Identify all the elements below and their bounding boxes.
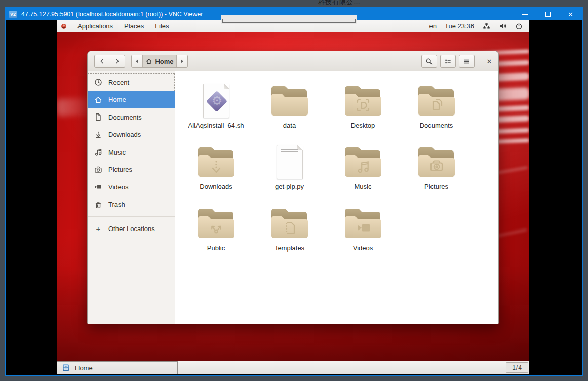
file-item[interactable]: Documents <box>400 78 473 139</box>
sidebar-item-label: Other Locations <box>108 225 155 233</box>
workspace-pager[interactable]: 1/4 <box>506 362 528 373</box>
input-method-indicator[interactable]: en <box>429 22 436 30</box>
background-window-title: 科技有限公… <box>318 0 361 7</box>
home-icon <box>94 96 102 104</box>
search-button[interactable] <box>421 55 437 68</box>
sidebar-item-documents[interactable]: Documents <box>88 108 175 126</box>
distro-icon <box>61 23 67 29</box>
trash-icon <box>94 201 102 209</box>
network-icon[interactable] <box>482 22 490 30</box>
folder-icon <box>270 80 309 121</box>
toolbar-separator <box>479 55 479 67</box>
download-icon <box>94 131 102 139</box>
camera-icon <box>94 166 102 174</box>
sidebar-item-label: Trash <box>108 201 125 208</box>
home-icon <box>145 58 152 65</box>
sidebar-item-label: Videos <box>108 183 129 191</box>
workspace-pager-label: 1/4 <box>512 364 522 371</box>
document-icon <box>94 113 102 121</box>
desktop-wallpaper: Home <box>57 32 529 361</box>
folder-public-icon <box>197 203 236 244</box>
file-item[interactable]: ⚙ AliAqsInstall_64.sh <box>179 78 253 139</box>
sidebar-item-trash[interactable]: Trash <box>88 196 175 214</box>
back-button[interactable] <box>94 55 110 68</box>
path-bar: Home <box>131 55 188 68</box>
file-item[interactable]: Music <box>326 139 400 200</box>
minimize-icon <box>522 14 528 15</box>
back-icon <box>99 58 106 65</box>
file-item[interactable]: get-pip.py <box>253 139 326 200</box>
sidebar-separator <box>88 216 175 217</box>
shell-script-icon: ⚙ <box>203 80 229 121</box>
sidebar-item-recent[interactable]: Recent <box>88 73 175 91</box>
window-list-taskbar: Home 1/4 <box>57 361 529 374</box>
files-window: Home <box>87 51 499 324</box>
vnc-toolbar-collapsed[interactable] <box>221 15 357 24</box>
file-item[interactable]: data <box>253 78 326 139</box>
sidebar-item-downloads[interactable]: Downloads <box>88 126 175 144</box>
file-list-area[interactable]: ⚙ AliAqsInstall_64.sh data <box>175 71 498 324</box>
vnc-viewer-window: V2 47.75.127.95:5901 (localhost.localdom… <box>5 7 583 376</box>
close-button[interactable]: ✕ <box>559 8 582 20</box>
taskbar-window-label: Home <box>75 364 93 372</box>
remote-desktop: Applications Places Files en Tue 23:36 <box>57 20 529 374</box>
close-icon: ✕ <box>568 11 573 18</box>
folder-desktop-icon <box>343 80 383 121</box>
sidebar-item-videos[interactable]: Videos <box>88 178 175 196</box>
menu-applications[interactable]: Applications <box>72 22 119 30</box>
sidebar-item-home[interactable]: Home <box>88 91 175 109</box>
folder-documents-icon <box>417 80 456 121</box>
sidebar-item-label: Music <box>108 148 126 156</box>
file-item-label: get-pip.py <box>275 183 304 190</box>
volume-icon[interactable] <box>498 22 506 30</box>
file-item-label: Music <box>355 183 372 190</box>
file-item-label: Pictures <box>424 183 448 190</box>
file-item[interactable]: Public <box>179 200 253 261</box>
path-button-home[interactable]: Home <box>142 55 177 67</box>
file-item-label: Videos <box>353 244 373 252</box>
close-icon: ✕ <box>487 58 492 65</box>
file-cabinet-icon <box>62 364 70 372</box>
sidebar-item-label: Downloads <box>108 131 141 138</box>
sidebar-item-other-locations[interactable]: + Other Locations <box>88 220 175 238</box>
path-scroll-left[interactable] <box>132 55 142 67</box>
hamburger-icon <box>463 58 471 65</box>
vnc-toolbar-handle <box>222 19 356 23</box>
power-icon[interactable] <box>515 22 523 30</box>
music-note-icon <box>94 148 102 156</box>
clock-icon <box>94 78 102 86</box>
file-item[interactable]: Pictures <box>400 139 473 200</box>
taskbar-window-button[interactable]: Home <box>57 361 178 374</box>
maximize-button[interactable] <box>536 8 559 20</box>
window-close-button[interactable]: ✕ <box>482 55 496 68</box>
maximize-icon <box>545 12 551 17</box>
path-scroll-right[interactable] <box>177 55 187 67</box>
menu-places[interactable]: Places <box>119 22 149 30</box>
files-toolbar: Home <box>88 51 498 71</box>
vnc-logo-icon: V2 <box>9 11 17 18</box>
forward-icon <box>113 58 121 65</box>
right-arrow-icon <box>181 59 183 63</box>
file-item-label: data <box>283 122 296 129</box>
places-sidebar: Recent Home Documents <box>88 71 175 324</box>
sidebar-item-label: Pictures <box>108 166 132 173</box>
file-item-label: Public <box>207 244 225 252</box>
file-item[interactable]: Desktop <box>326 78 400 139</box>
file-item-label: AliAqsInstall_64.sh <box>188 122 244 129</box>
file-item[interactable]: Videos <box>326 200 400 261</box>
menu-button[interactable] <box>459 55 475 68</box>
sidebar-item-music[interactable]: Music <box>88 143 175 161</box>
clock[interactable]: Tue 23:36 <box>445 22 474 30</box>
file-item[interactable]: Downloads <box>179 139 253 200</box>
sidebar-item-pictures[interactable]: Pictures <box>88 161 175 179</box>
list-view-button[interactable] <box>440 55 456 68</box>
folder-videos-icon <box>343 203 383 244</box>
path-label: Home <box>155 58 173 65</box>
file-item-label: Downloads <box>200 183 232 190</box>
file-item[interactable]: Templates <box>253 200 326 261</box>
menu-files[interactable]: Files <box>149 22 174 30</box>
forward-button[interactable] <box>109 55 125 68</box>
minimize-button[interactable] <box>514 8 536 20</box>
folder-pictures-icon <box>417 141 456 182</box>
video-camera-icon <box>94 183 102 191</box>
